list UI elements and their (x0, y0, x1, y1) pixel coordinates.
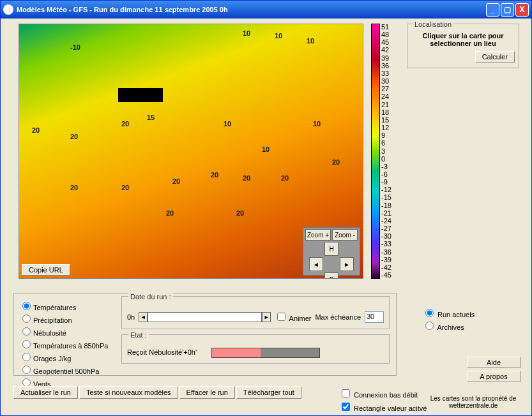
localisation-label: Localisation (413, 20, 453, 28)
title-bar: Modèles Météo - GFS - Run du dimanche 11… (1, 1, 531, 19)
slider-track[interactable] (148, 312, 262, 322)
map-panel: -10 10 10 10 20 20 20 15 10 10 20 20 20 … (19, 24, 363, 279)
zoom-out-button[interactable]: Zoom - (332, 229, 358, 241)
pan-down-button[interactable]: B (324, 272, 338, 278)
teste-button[interactable]: Teste si nouveaux modèles (79, 386, 178, 399)
slider-right-icon[interactable]: ► (262, 312, 271, 322)
max-echeance-label: Max échéance (315, 313, 361, 321)
etat-status: Reçoit Nébulosité'+0h' (127, 348, 197, 356)
etat-label: Etat : (128, 331, 149, 339)
time-slider[interactable]: ◄ ► (139, 312, 271, 322)
calculer-button[interactable]: Calculer (475, 51, 515, 63)
apropos-button[interactable]: A propos (467, 371, 521, 382)
maximize-button[interactable]: ▢ (501, 3, 514, 17)
radio-archives[interactable]: Archives (422, 320, 475, 331)
etat-group: Etat : Reçoit Nébulosité'+0h' (121, 334, 390, 364)
rectangle-checkbox[interactable]: Rectangle valeur acitvé (339, 401, 427, 413)
app-icon (3, 4, 13, 15)
pan-right-button[interactable]: ► (340, 257, 354, 271)
radio-nebulosite[interactable]: Nébulosité (19, 325, 115, 337)
progress-bar (211, 348, 320, 358)
controls-panel: Températures Précipitation Nébulosité Te… (13, 293, 397, 376)
run-date-group: Date du run : 0h ◄ ► Animer Max échéance… (121, 296, 390, 329)
localisation-hint: Cliquer sur la carte pour selectionner u… (411, 32, 515, 47)
animer-checkbox[interactable]: Animer (275, 311, 311, 323)
credit-text: Les cartes sont la propriété de wetterze… (422, 395, 524, 409)
window-title: Modèles Météo - GFS - Run du dimanche 11… (17, 6, 228, 13)
zoom-in-button[interactable]: Zoom + (305, 229, 331, 241)
close-button[interactable]: X (515, 3, 529, 17)
weather-map[interactable]: -10 10 10 10 20 20 20 15 10 10 20 20 20 … (19, 24, 363, 278)
pan-left-button[interactable]: ◄ (309, 257, 323, 271)
radio-geopotentiel[interactable]: Geopotentiel 500hPa (19, 364, 115, 375)
slider-left-icon[interactable]: ◄ (139, 312, 148, 322)
effacer-button[interactable]: Effacer le run (179, 386, 235, 399)
actualiser-button[interactable]: Actualiser le run (13, 386, 78, 399)
run-hour: 0h (127, 313, 135, 321)
legend-ticks: 51484542393633302724211815129630-3-6-9-1… (381, 24, 391, 279)
aide-button[interactable]: Aide (467, 357, 521, 368)
pan-up-button[interactable]: H (324, 242, 338, 256)
redacted-region (118, 88, 163, 102)
telecharger-button[interactable]: Télécharger tout (236, 386, 301, 399)
localisation-group: Localisation Cliquer sur la carte pour s… (407, 24, 519, 68)
run-mode-radios: Run actuels Archives (422, 306, 475, 332)
options-checkboxes: Connexion bas débit Rectangle valeur aci… (339, 386, 427, 414)
minimize-button[interactable]: _ (486, 3, 499, 17)
radio-temp850[interactable]: Températures à 850hPa (19, 338, 115, 350)
radio-run-actuels[interactable]: Run actuels (422, 307, 475, 318)
radio-orages[interactable]: Orages J/kg (19, 351, 115, 362)
help-buttons: Aide A propos (467, 357, 521, 385)
color-legend: 51484542393633302724211815129630-3-6-9-1… (371, 24, 397, 279)
max-echeance-input[interactable]: 30 (365, 311, 384, 323)
color-bar (371, 24, 380, 279)
radio-precipitation[interactable]: Précipitation (19, 313, 115, 324)
action-buttons: Actualiser le run Teste si nouveaux modè… (13, 386, 301, 399)
layer-radios: Températures Précipitation Nébulosité Te… (19, 299, 115, 389)
bas-debit-checkbox[interactable]: Connexion bas débit (339, 387, 427, 399)
copy-url-button[interactable]: Copie URL (22, 264, 70, 276)
radio-temperatures[interactable]: Températures (19, 300, 115, 311)
run-date-label: Date du run : (128, 293, 173, 301)
map-nav-panel: Zoom + Zoom - H ◄ ► B (303, 227, 360, 276)
